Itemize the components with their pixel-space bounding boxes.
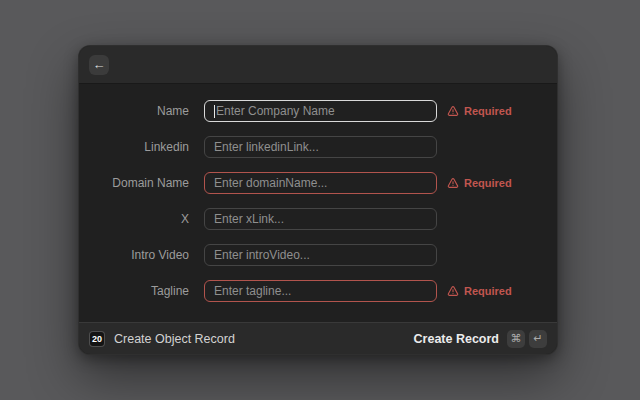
create-record-button[interactable]: Create Record <box>414 332 499 346</box>
warning-triangle-icon <box>447 285 459 297</box>
input-placeholder: Enter domainName... <box>214 176 327 190</box>
field-label-tagline: Tagline <box>79 284 189 298</box>
command-title: Create Object Record <box>114 332 235 346</box>
create-record-modal: ← NameEnter Company NameRequiredLinkedin… <box>78 45 558 355</box>
required-label: Required <box>464 105 512 117</box>
form-row-name: NameEnter Company NameRequired <box>79 100 557 122</box>
field-label-x: X <box>79 212 189 226</box>
required-badge: Required <box>447 285 512 297</box>
input-placeholder: Enter tagline... <box>214 284 291 298</box>
form-row-linkedin: LinkedinEnter linkedinLink... <box>79 136 557 158</box>
record-form: NameEnter Company NameRequiredLinkedinEn… <box>79 84 557 322</box>
field-label-name: Name <box>79 104 189 118</box>
field-label-linkedin: Linkedin <box>79 140 189 154</box>
required-label: Required <box>464 285 512 297</box>
warning-triangle-icon <box>447 105 459 117</box>
input-placeholder: Enter xLink... <box>214 212 284 226</box>
warning-triangle-icon <box>447 177 459 189</box>
shortcut-keys: ⌘ ↵ <box>507 330 547 348</box>
linkedin-input[interactable]: Enter linkedinLink... <box>204 136 437 158</box>
form-row-domain-name: Domain NameEnter domainName...Required <box>79 172 557 194</box>
field-label-intro-video: Intro Video <box>79 248 189 262</box>
form-row-x: XEnter xLink... <box>79 208 557 230</box>
enter-key-icon: ↵ <box>529 330 547 348</box>
required-badge: Required <box>447 105 512 117</box>
action-bar-right: Create Record ⌘ ↵ <box>414 330 547 348</box>
input-placeholder: Enter introVideo... <box>214 248 310 262</box>
name-input[interactable]: Enter Company Name <box>204 100 437 122</box>
modal-header: ← <box>79 46 557 84</box>
cmd-key-icon: ⌘ <box>507 330 525 348</box>
required-badge: Required <box>447 177 512 189</box>
input-placeholder: Enter Company Name <box>216 104 335 118</box>
back-button[interactable]: ← <box>89 55 109 75</box>
text-caret <box>214 105 215 118</box>
intro-video-input[interactable]: Enter introVideo... <box>204 244 437 266</box>
input-placeholder: Enter linkedinLink... <box>214 140 319 154</box>
tagline-input[interactable]: Enter tagline... <box>204 280 437 302</box>
action-bar: 20 Create Object Record Create Record ⌘ … <box>79 322 557 354</box>
domain-name-input[interactable]: Enter domainName... <box>204 172 437 194</box>
x-input[interactable]: Enter xLink... <box>204 208 437 230</box>
required-label: Required <box>464 177 512 189</box>
field-label-domain-name: Domain Name <box>79 176 189 190</box>
twenty-app-icon: 20 <box>89 331 105 347</box>
form-row-tagline: TaglineEnter tagline...Required <box>79 280 557 302</box>
form-row-intro-video: Intro VideoEnter introVideo... <box>79 244 557 266</box>
action-bar-left: 20 Create Object Record <box>89 331 235 347</box>
back-arrow-icon: ← <box>93 58 106 71</box>
